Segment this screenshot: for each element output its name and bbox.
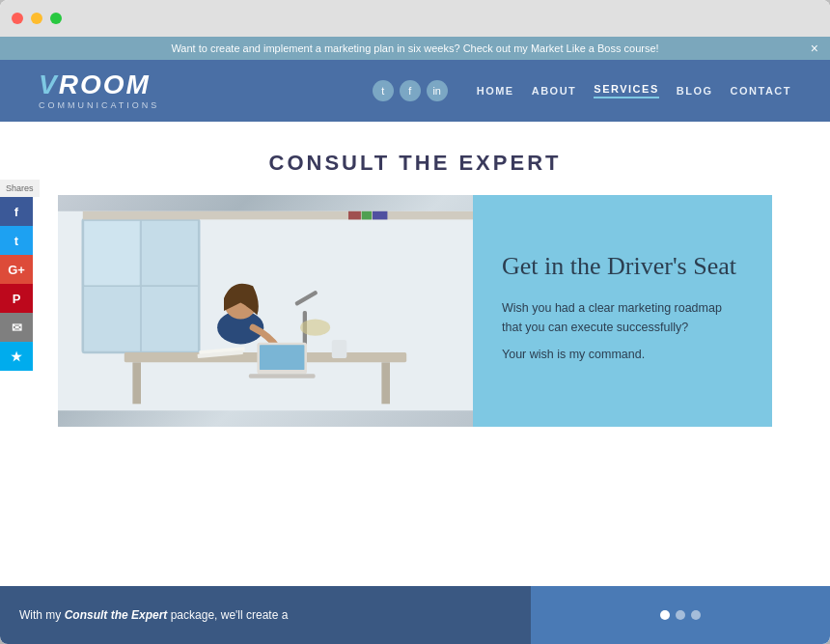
- teaser-prefix: With my: [19, 608, 65, 622]
- logo-vroom: VROOM: [39, 71, 159, 98]
- teaser-dot-1: [660, 610, 670, 620]
- nav-services[interactable]: SERVICES: [594, 83, 658, 98]
- share-googleplus-button[interactable]: G+: [0, 255, 33, 284]
- logo-area: VROOM COMMUNICATIONS: [39, 71, 159, 110]
- svg-rect-14: [362, 211, 372, 220]
- header-social-facebook[interactable]: f: [400, 80, 421, 101]
- page-content: Want to create and implement a marketing…: [0, 37, 830, 644]
- teaser-left: With my Consult the Expert package, we'l…: [0, 586, 531, 644]
- svg-rect-8: [381, 362, 390, 404]
- nav-blog[interactable]: BLOG: [677, 85, 713, 97]
- svg-rect-5: [85, 221, 140, 285]
- announcement-close-button[interactable]: ×: [811, 41, 818, 56]
- teaser-italic: Consult the Expert: [65, 608, 168, 622]
- browser-window: Want to create and implement a marketing…: [0, 0, 830, 644]
- logo-communications: COMMUNICATIONS: [39, 100, 159, 110]
- header-social-linkedin[interactable]: in: [427, 80, 448, 101]
- maximize-dot[interactable]: [50, 13, 62, 24]
- hero-text-side: Get in the Driver's Seat Wish you had a …: [473, 195, 772, 427]
- teaser-dots: [660, 610, 701, 620]
- header-social-twitter[interactable]: t: [373, 80, 394, 101]
- svg-rect-15: [373, 211, 387, 220]
- svg-rect-19: [260, 345, 304, 370]
- teaser-text: With my Consult the Expert package, we'l…: [19, 608, 288, 622]
- page-title: CONSULT THE EXPERT: [0, 151, 830, 176]
- page-title-section: CONSULT THE EXPERT: [0, 122, 830, 195]
- share-twitter-button[interactable]: t: [0, 226, 33, 255]
- minimize-dot[interactable]: [31, 13, 42, 24]
- hero-image-side: [58, 195, 473, 427]
- share-pinterest-button[interactable]: P: [0, 284, 33, 313]
- svg-rect-12: [83, 211, 473, 220]
- announcement-text: Want to create and implement a marketing…: [171, 42, 658, 54]
- hero-body-line2: Your wish is my command.: [502, 345, 743, 364]
- browser-chrome: [0, 0, 830, 37]
- hero-body-line1: Wish you had a clear marketing roadmap t…: [502, 298, 743, 337]
- svg-rect-20: [249, 374, 316, 378]
- announcement-bar: Want to create and implement a marketing…: [0, 37, 830, 60]
- logo-room: ROOM: [59, 70, 151, 99]
- svg-point-11: [300, 320, 330, 336]
- teaser-suffix: package, we'll create a: [167, 608, 288, 622]
- nav-about[interactable]: ABOUT: [532, 85, 577, 97]
- close-dot[interactable]: [12, 13, 23, 24]
- teaser-right: [531, 586, 830, 644]
- nav-contact[interactable]: CONTACT: [731, 85, 791, 97]
- svg-rect-21: [332, 340, 346, 358]
- bottom-teaser: With my Consult the Expert package, we'l…: [0, 586, 830, 644]
- hero-split: Get in the Driver's Seat Wish you had a …: [58, 195, 772, 427]
- svg-rect-13: [348, 211, 361, 220]
- social-sidebar: Shares f t G+ P ✉ ★: [0, 180, 40, 371]
- nav-right: t f in HOME ABOUT SERVICES BLOG CONTACT: [373, 80, 791, 101]
- site-header: VROOM COMMUNICATIONS t f in HOME ABOUT S…: [0, 60, 830, 122]
- share-email-button[interactable]: ✉: [0, 313, 33, 342]
- nav-home[interactable]: HOME: [477, 85, 514, 97]
- hero-image: [58, 195, 473, 427]
- svg-rect-7: [132, 362, 141, 404]
- share-facebook-button[interactable]: f: [0, 197, 33, 226]
- logo-v: V: [39, 70, 59, 99]
- teaser-dot-3: [691, 610, 701, 620]
- hero-heading: Get in the Driver's Seat: [502, 250, 743, 283]
- shares-label: Shares: [0, 180, 40, 197]
- main-content: Shares f t G+ P ✉ ★ CONSULT THE EXPERT: [0, 122, 830, 644]
- share-bookmark-button[interactable]: ★: [0, 342, 33, 371]
- teaser-dot-2: [676, 610, 685, 620]
- header-social-icons: t f in: [373, 80, 448, 101]
- nav-links: HOME ABOUT SERVICES BLOG CONTACT: [477, 83, 791, 98]
- hero-body: Wish you had a clear marketing roadmap t…: [502, 298, 743, 372]
